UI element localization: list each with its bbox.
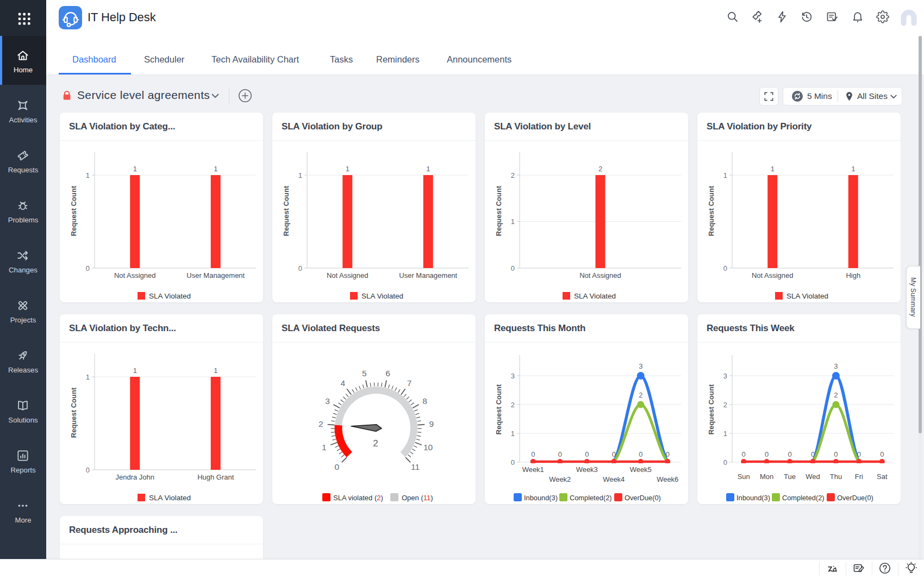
svg-text:Not Assigned: Not Assigned bbox=[327, 271, 369, 279]
svg-text:1: 1 bbox=[86, 171, 90, 179]
svg-text:Open (11): Open (11) bbox=[402, 494, 433, 502]
svg-text:Jendra John: Jendra John bbox=[115, 473, 154, 481]
svg-text:SLA Violated: SLA Violated bbox=[149, 494, 191, 502]
svg-text:11: 11 bbox=[411, 462, 420, 471]
svg-text:1: 1 bbox=[723, 430, 727, 438]
svg-text:2: 2 bbox=[511, 401, 515, 409]
svg-text:4: 4 bbox=[341, 378, 346, 388]
svg-text:OverDue(0): OverDue(0) bbox=[837, 494, 873, 502]
svg-text:1: 1 bbox=[511, 217, 515, 226]
svg-text:2: 2 bbox=[319, 419, 323, 428]
svg-text:0: 0 bbox=[857, 450, 861, 458]
svg-text:3: 3 bbox=[639, 362, 642, 370]
svg-text:0: 0 bbox=[335, 462, 340, 471]
svg-text:5: 5 bbox=[362, 369, 367, 378]
svg-text:Sun: Sun bbox=[738, 473, 750, 481]
svg-text:Hugh Grant: Hugh Grant bbox=[197, 473, 234, 481]
svg-text:0: 0 bbox=[723, 458, 727, 467]
svg-text:0: 0 bbox=[86, 466, 90, 474]
svg-text:Not Assigned: Not Assigned bbox=[752, 271, 794, 279]
svg-text:0: 0 bbox=[834, 450, 838, 458]
svg-text:1: 1 bbox=[86, 373, 90, 381]
svg-text:High: High bbox=[846, 271, 860, 279]
svg-text:1: 1 bbox=[133, 366, 137, 375]
svg-text:0: 0 bbox=[765, 450, 769, 458]
svg-text:2: 2 bbox=[834, 391, 838, 399]
svg-text:1: 1 bbox=[322, 443, 327, 452]
svg-text:Request Count: Request Count bbox=[495, 384, 503, 434]
svg-text:Request Count: Request Count bbox=[707, 384, 715, 434]
svg-text:1: 1 bbox=[426, 165, 430, 173]
svg-text:0: 0 bbox=[298, 264, 302, 272]
svg-text:Request Count: Request Count bbox=[282, 185, 290, 236]
svg-text:Mon: Mon bbox=[760, 473, 773, 481]
svg-text:0: 0 bbox=[811, 450, 815, 458]
svg-text:Week2: Week2 bbox=[549, 475, 571, 483]
svg-text:0: 0 bbox=[86, 264, 90, 272]
svg-text:0: 0 bbox=[639, 450, 642, 458]
svg-text:User Management: User Management bbox=[186, 271, 245, 279]
svg-text:0: 0 bbox=[558, 450, 562, 458]
svg-text:SLA Violated: SLA Violated bbox=[786, 292, 828, 300]
svg-text:0: 0 bbox=[880, 450, 884, 458]
svg-text:10: 10 bbox=[423, 443, 433, 452]
svg-text:6: 6 bbox=[385, 369, 390, 378]
svg-text:Completed(2): Completed(2) bbox=[782, 494, 825, 502]
svg-text:1: 1 bbox=[771, 165, 775, 173]
svg-text:SLA Violated: SLA Violated bbox=[149, 292, 191, 300]
svg-text:2: 2 bbox=[511, 171, 515, 179]
svg-text:1: 1 bbox=[214, 366, 217, 375]
svg-text:1: 1 bbox=[511, 430, 515, 438]
svg-text:0: 0 bbox=[585, 450, 589, 458]
svg-text:SLA Violated: SLA Violated bbox=[361, 292, 403, 300]
svg-text:Week3: Week3 bbox=[576, 465, 598, 474]
svg-text:Week4: Week4 bbox=[603, 475, 625, 483]
svg-text:Week6: Week6 bbox=[657, 475, 678, 483]
svg-text:8: 8 bbox=[422, 396, 427, 406]
svg-text:0: 0 bbox=[723, 264, 727, 272]
svg-text:Sat: Sat bbox=[877, 473, 888, 481]
svg-text:User Management: User Management bbox=[399, 271, 457, 279]
svg-text:1: 1 bbox=[214, 165, 217, 173]
svg-text:Inbound(3): Inbound(3) bbox=[736, 494, 770, 502]
svg-text:0: 0 bbox=[511, 458, 515, 467]
svg-text:Request Count: Request Count bbox=[707, 185, 715, 236]
svg-text:2: 2 bbox=[723, 401, 727, 409]
svg-text:Completed(2): Completed(2) bbox=[570, 494, 612, 502]
svg-text:3: 3 bbox=[834, 362, 838, 370]
svg-text:Request Count: Request Count bbox=[70, 387, 78, 438]
svg-text:Week1: Week1 bbox=[522, 465, 544, 474]
svg-text:3: 3 bbox=[325, 396, 330, 406]
svg-text:Thu: Thu bbox=[830, 473, 842, 481]
svg-text:Not Assigned: Not Assigned bbox=[579, 271, 621, 279]
svg-text:0: 0 bbox=[666, 450, 670, 458]
svg-text:Request Count: Request Count bbox=[495, 185, 503, 236]
svg-text:Inbound(3): Inbound(3) bbox=[524, 494, 558, 502]
svg-text:1: 1 bbox=[346, 165, 349, 173]
svg-text:0: 0 bbox=[788, 450, 791, 458]
svg-text:Week5: Week5 bbox=[630, 465, 652, 474]
svg-text:OverDue(0): OverDue(0) bbox=[625, 494, 661, 502]
svg-text:Request Count: Request Count bbox=[70, 185, 78, 236]
svg-text:0: 0 bbox=[742, 450, 746, 458]
svg-text:1: 1 bbox=[133, 165, 137, 173]
svg-text:2: 2 bbox=[373, 438, 378, 449]
svg-text:9: 9 bbox=[429, 419, 434, 428]
svg-text:Wed: Wed bbox=[806, 473, 820, 481]
svg-text:3: 3 bbox=[511, 372, 515, 380]
svg-text:0: 0 bbox=[531, 450, 535, 458]
svg-text:3: 3 bbox=[723, 372, 727, 380]
svg-text:1: 1 bbox=[851, 165, 855, 173]
svg-text:1: 1 bbox=[298, 171, 302, 179]
svg-text:2: 2 bbox=[598, 165, 602, 173]
svg-text:0: 0 bbox=[612, 450, 616, 458]
svg-text:SLA violated (2): SLA violated (2) bbox=[333, 494, 383, 502]
svg-text:Tue: Tue bbox=[784, 473, 796, 481]
svg-text:SLA Violated: SLA Violated bbox=[574, 292, 616, 300]
svg-text:2: 2 bbox=[639, 391, 642, 399]
svg-text:1: 1 bbox=[723, 171, 727, 179]
svg-text:7: 7 bbox=[407, 378, 412, 388]
svg-text:Fri: Fri bbox=[855, 473, 863, 481]
svg-text:Not Assigned: Not Assigned bbox=[114, 271, 156, 279]
svg-text:0: 0 bbox=[511, 264, 515, 272]
